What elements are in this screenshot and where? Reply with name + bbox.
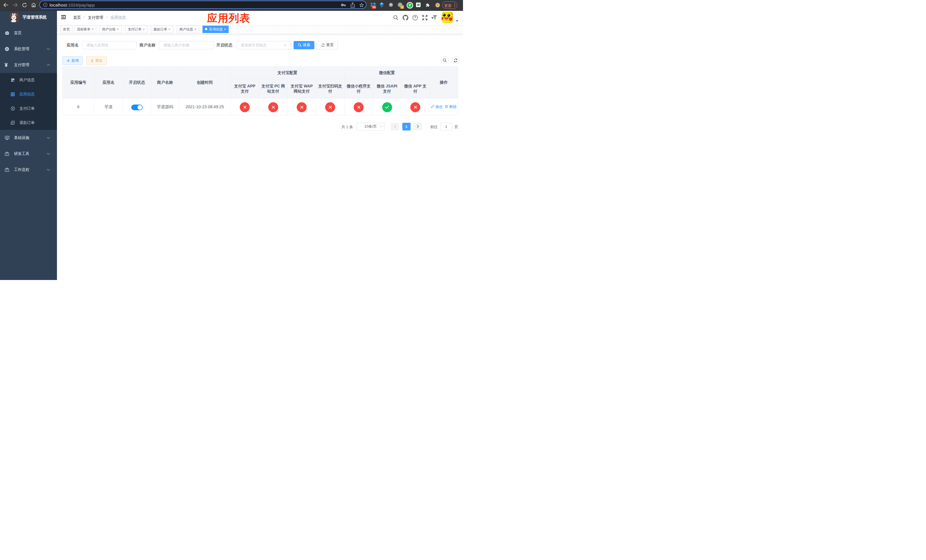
svg-text:10: 10 [372, 5, 375, 9]
svg-text:⌘: ⌘ [390, 3, 392, 6]
svg-text:1: 1 [401, 5, 403, 9]
svg-text:¥: ¥ [12, 107, 14, 110]
